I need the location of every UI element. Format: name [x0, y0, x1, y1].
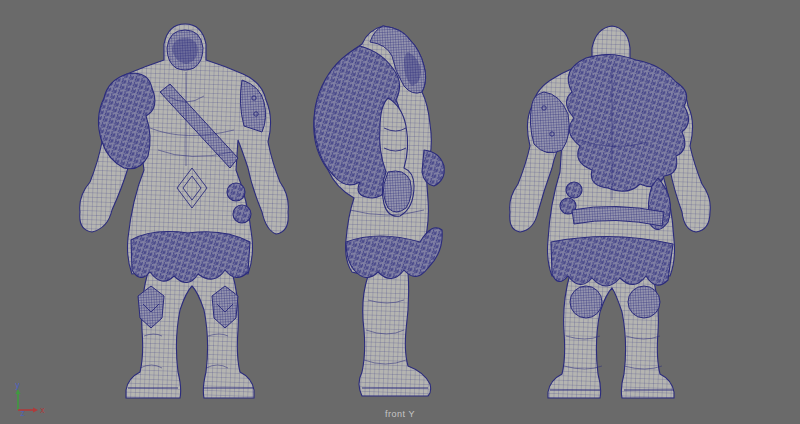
axis-x-label: x: [40, 406, 45, 415]
model-character-front[interactable]: [80, 24, 289, 398]
side-front-pouch[interactable]: [422, 150, 444, 186]
back-hip-pouch[interactable]: [566, 182, 582, 198]
axis-y-label: y: [15, 381, 20, 390]
front-hip-pouch[interactable]: [227, 183, 245, 201]
camera-label: front Y: [385, 409, 415, 419]
back-left-knee-guard[interactable]: [570, 286, 602, 318]
axis-x-arrowhead: [33, 408, 38, 413]
front-right-shoulder-plate[interactable]: [240, 80, 265, 132]
side-hand[interactable]: [384, 171, 412, 212]
wireframe-scene: [0, 0, 800, 424]
front-hip-pouch[interactable]: [233, 205, 251, 223]
model-character-back[interactable]: [510, 26, 711, 398]
3d-viewport[interactable]: y x z front Y: [0, 0, 800, 424]
axis-z-label: z: [20, 409, 25, 418]
model-character-side[interactable]: [314, 26, 445, 396]
front-body[interactable]: [80, 24, 289, 398]
axis-gizmo: y x z: [10, 380, 54, 418]
back-right-knee-guard[interactable]: [628, 286, 660, 318]
